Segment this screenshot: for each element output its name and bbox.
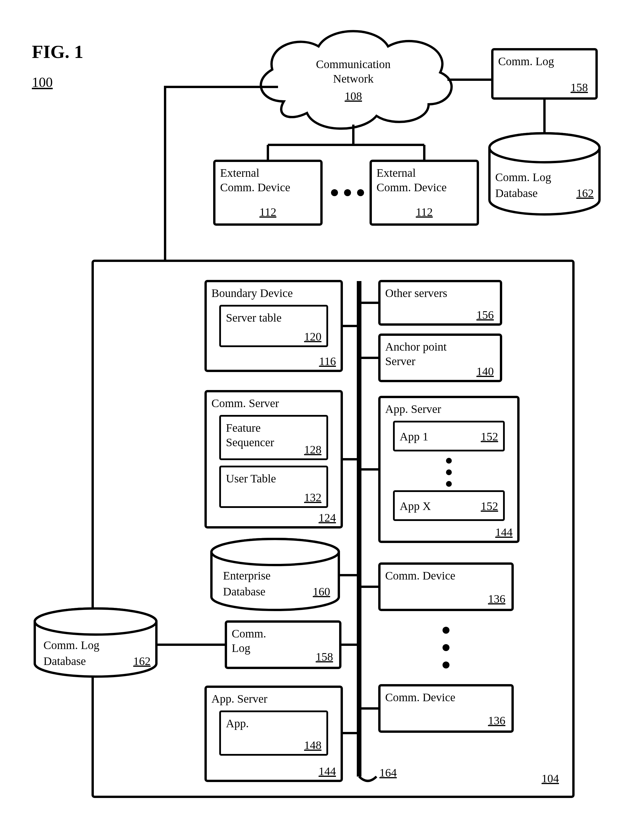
app-server-right-label: App. Server xyxy=(385,402,441,416)
comm-device-bottom: Comm. Device 136 xyxy=(379,685,513,732)
server-table-label: Server table xyxy=(226,311,281,324)
svg-point-7 xyxy=(357,189,364,196)
svg-point-31 xyxy=(442,661,450,668)
app1-ref: 152 xyxy=(481,430,498,443)
app-server-right: App. Server 144 App 1 152 App X 152 xyxy=(379,397,518,542)
comm-log-top-label: Comm. Log xyxy=(498,55,554,68)
comm-log-db-top-ref: 162 xyxy=(576,187,594,199)
comm-device-bot-label: Comm. Device xyxy=(385,691,455,704)
anchor-label-1: Anchor point xyxy=(385,340,447,353)
feature-seq-label-1: Feature xyxy=(226,421,261,434)
ent-db-label-2: Database xyxy=(223,585,265,598)
user-table-ref: 132 xyxy=(304,491,321,504)
anchor-ref: 140 xyxy=(476,365,494,378)
app-server-left-ref: 144 xyxy=(319,765,336,778)
comm-log-db-left-label-1: Comm. Log xyxy=(43,639,99,652)
ent-db-label-1: Enterprise xyxy=(223,569,270,582)
comm-log-left-ref: 158 xyxy=(316,650,333,663)
ext-dev-left-ref: 112 xyxy=(259,206,276,218)
network-label-1: Communication xyxy=(316,58,391,71)
boundary-label: Boundary Device xyxy=(212,286,293,300)
boundary-ref: 116 xyxy=(319,355,336,368)
external-comm-device-right: External Comm. Device 112 xyxy=(371,161,478,225)
comm-log-top-ref: 158 xyxy=(570,81,588,94)
app-left-ref: 148 xyxy=(304,739,321,751)
enterprise-ref: 104 xyxy=(542,772,559,785)
user-table-label: User Table xyxy=(226,472,276,485)
comm-log-left: Comm. Log 158 xyxy=(226,622,340,668)
svg-point-14 xyxy=(212,539,339,565)
comm-log-db-left-ref: 162 xyxy=(133,655,151,668)
network-ref: 108 xyxy=(344,90,362,103)
server-table-ref: 120 xyxy=(304,330,321,343)
ellipsis-external-devices xyxy=(331,189,364,196)
app-server-left: App. Server 144 App. 148 xyxy=(205,687,342,781)
app1-label: App 1 xyxy=(400,430,428,443)
comm-log-db-top-label-2: Database xyxy=(495,187,538,199)
app-server-right-ref: 144 xyxy=(495,525,513,539)
diagram-canvas: .box { fill: #fff; stroke: #000; stroke-… xyxy=(0,0,638,840)
feature-seq-label-2: Sequencer xyxy=(226,436,274,449)
svg-point-30 xyxy=(442,644,450,651)
comm-log-top: Comm. Log 158 xyxy=(492,49,597,98)
comm-log-db-top-label-1: Comm. Log xyxy=(495,171,551,184)
ext-dev-right-ref: 112 xyxy=(416,206,433,218)
svg-point-2 xyxy=(490,133,600,162)
external-comm-device-left: External Comm. Device 112 xyxy=(214,161,321,225)
app-left-label: App. xyxy=(226,717,249,730)
other-servers: Other servers 156 xyxy=(379,281,501,324)
other-servers-ref: 156 xyxy=(476,308,494,321)
ext-dev-left-label-1: External xyxy=(220,166,259,179)
comm-device-top-label: Comm. Device xyxy=(385,569,455,582)
app-server-left-label: App. Server xyxy=(212,692,267,705)
ext-dev-left-label-2: Comm. Device xyxy=(220,181,290,194)
appx-label: App X xyxy=(400,500,431,513)
comm-device-top-ref: 136 xyxy=(488,592,505,605)
figure-title: FIG. 1 xyxy=(32,41,84,62)
communication-network: Communication Network 108 xyxy=(261,31,452,129)
other-servers-label: Other servers xyxy=(385,286,447,300)
appx-ref: 152 xyxy=(481,500,498,513)
anchor-label-2: Server xyxy=(385,355,415,368)
svg-point-25 xyxy=(446,470,452,475)
network-label-2: Network xyxy=(333,72,374,85)
svg-point-26 xyxy=(446,481,452,487)
boundary-device: Boundary Device 116 Server table 120 xyxy=(205,281,342,371)
comm-server: Comm. Server 124 Feature Sequencer 128 U… xyxy=(205,391,342,527)
svg-point-24 xyxy=(446,458,452,464)
bus-ref: 164 xyxy=(379,766,397,779)
enterprise-database: Enterprise Database 160 xyxy=(212,539,339,610)
figure-ref: 100 xyxy=(32,74,53,90)
comm-device-bot-ref: 136 xyxy=(488,714,505,727)
svg-point-17 xyxy=(35,609,156,634)
comm-log-left-label-2: Log xyxy=(232,642,250,655)
comm-server-label: Comm. Server xyxy=(212,397,279,410)
svg-point-5 xyxy=(331,189,338,196)
comm-log-left-label-1: Comm. xyxy=(232,627,266,640)
ent-db-ref: 160 xyxy=(313,585,330,598)
ext-dev-right-label-1: External xyxy=(376,166,416,179)
comm-log-database-left: Comm. Log Database 162 xyxy=(35,609,156,677)
svg-point-6 xyxy=(344,189,351,196)
feature-seq-ref: 128 xyxy=(304,443,321,456)
comm-log-db-left-label-2: Database xyxy=(43,655,86,668)
ext-dev-right-label-2: Comm. Device xyxy=(376,181,447,194)
comm-server-ref: 124 xyxy=(319,511,336,524)
comm-log-database-top: Comm. Log Database 162 xyxy=(490,133,600,214)
anchor-point-server: Anchor point Server 140 xyxy=(379,335,501,381)
svg-point-29 xyxy=(442,627,450,634)
comm-device-top: Comm. Device 136 xyxy=(379,563,513,610)
